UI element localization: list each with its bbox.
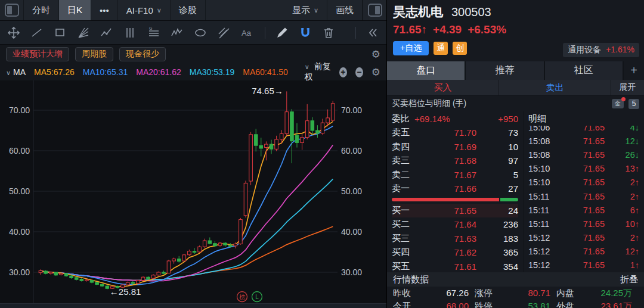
- level-volume: 236: [488, 219, 518, 229]
- toolbar-divider: [265, 27, 265, 39]
- tab-pankou[interactable]: 盘口: [387, 61, 465, 80]
- collapse-button[interactable]: 折叠: [620, 274, 638, 285]
- chart-settings-gear-icon[interactable]: ⚙: [371, 66, 380, 79]
- market-data-label: 涨停: [475, 288, 493, 299]
- ma-group-toggle[interactable]: ∨MA: [6, 67, 26, 77]
- tick-detail-row: 15:0671.654↓: [528, 126, 639, 134]
- sector-change-pct: +1.61%: [606, 45, 634, 55]
- market-data-label: 内盘: [556, 288, 574, 299]
- market-data-cell: 跌停53.81: [475, 301, 556, 308]
- expand-button[interactable]: 展开: [611, 80, 644, 95]
- notification-dot: [621, 97, 626, 101]
- collapse-toolbar-icon[interactable]: [366, 26, 379, 40]
- ask-level-row[interactable]: 卖一71.6627: [392, 182, 518, 196]
- tab-shequ[interactable]: 社区: [545, 61, 623, 80]
- tick-detail-row: 15:1271.652↑: [528, 231, 639, 245]
- level-volume: 5: [488, 170, 518, 180]
- gold-level-icon[interactable]: 金: [612, 99, 624, 108]
- zoom-out-button[interactable]: −: [355, 67, 363, 77]
- bid-level-row[interactable]: 买三71.63183: [392, 232, 518, 246]
- left-panel-toggle-button[interactable]: [0, 0, 24, 20]
- level-price: 71.70: [419, 127, 488, 138]
- level-count-badge[interactable]: 5: [628, 99, 639, 109]
- add-tab-button[interactable]: +: [624, 61, 644, 80]
- kline-svg[interactable]: 70.0070.0060.0060.0050.0050.0040.0040.00…: [0, 80, 386, 308]
- tick-detail-row: 15:1271.651↑: [528, 259, 639, 272]
- tick-volume: 2↑: [608, 233, 639, 242]
- candlestick-chart[interactable]: 70.0070.0060.0060.0050.0050.0040.0040.00…: [0, 80, 386, 308]
- trash-tool-icon[interactable]: [322, 26, 335, 40]
- tags-settings-gear-icon[interactable]: ⚙: [371, 48, 380, 61]
- bid-level-row[interactable]: 买四71.62365: [392, 245, 518, 260]
- tab-daily-k[interactable]: 日K: [59, 0, 91, 20]
- svg-text:60.00: 60.00: [341, 146, 362, 155]
- more-periods-button[interactable]: •••: [91, 0, 118, 20]
- stock-tag[interactable]: 业绩预计大增: [6, 47, 69, 61]
- tick-time: 15:11: [528, 192, 556, 201]
- draw-line-button[interactable]: 画线: [327, 0, 363, 20]
- bid-level-row[interactable]: 买二71.64236: [392, 217, 518, 232]
- display-dropdown[interactable]: 显示∨: [284, 0, 327, 20]
- diagnose-stock-button[interactable]: 诊股: [171, 0, 206, 20]
- rectangle-tool-icon[interactable]: [54, 26, 67, 40]
- ellipse-tool-icon[interactable]: [194, 26, 207, 40]
- vertical-lines-tool-icon[interactable]: [123, 26, 137, 40]
- tab-minute-chart[interactable]: 分时: [24, 0, 59, 20]
- order-book: 委比 +69.14% +950 卖五71.7073卖四71.6910卖三71.6…: [387, 111, 644, 272]
- text-tool-icon[interactable]: Aa: [240, 26, 255, 40]
- pencil-tool-icon[interactable]: [275, 26, 289, 40]
- ai-f10-dropdown[interactable]: AI-F10∨: [118, 0, 171, 20]
- market-data-value: 80.71: [493, 288, 556, 299]
- market-data-label: 今开: [393, 301, 411, 308]
- magnet-tool-icon[interactable]: [299, 26, 312, 40]
- market-data-header: 行情数据 折叠: [387, 272, 644, 287]
- sector-chip[interactable]: 通用设备 +1.61%: [563, 43, 639, 57]
- level-label: 卖四: [392, 141, 419, 153]
- level-volume: 10: [488, 142, 518, 152]
- tab-tuijian[interactable]: 推荐: [466, 61, 543, 80]
- ask-level-row[interactable]: 卖三71.6897: [392, 154, 518, 168]
- market-data-value: 53.81: [493, 301, 556, 308]
- move-tool-icon[interactable]: [7, 26, 20, 40]
- market-data-value: 68.00: [411, 301, 475, 308]
- trend-line-tool-icon[interactable]: [30, 26, 44, 40]
- level-label: 买五: [392, 261, 419, 272]
- tick-volume: 26↓: [608, 150, 639, 160]
- tick-volume: 2↑: [608, 192, 639, 201]
- sell-tab[interactable]: 卖出: [499, 80, 611, 95]
- ask-level-row[interactable]: 卖五71.7073: [392, 126, 518, 140]
- tong-badge[interactable]: 通: [434, 42, 448, 55]
- ask-level-row[interactable]: 卖二71.675: [392, 168, 518, 182]
- svg-text:40.00: 40.00: [341, 227, 362, 237]
- market-data-cell: 涨停80.71: [475, 288, 556, 299]
- chuang-badge[interactable]: 创: [453, 42, 467, 55]
- polyline-tool-icon[interactable]: [100, 26, 113, 40]
- market-data-cell: 外盘23.61万: [556, 301, 638, 308]
- svg-text:60.00: 60.00: [9, 146, 30, 155]
- ask-level-row[interactable]: 卖四71.6910: [392, 140, 518, 154]
- market-data-row: 今开68.00跌停53.81外盘23.61万: [387, 300, 644, 308]
- gann-fan-tool-icon[interactable]: [77, 26, 90, 40]
- gann-lines-tool-icon[interactable]: G: [147, 26, 160, 40]
- market-data-value: 67.26: [411, 288, 475, 299]
- buy-tab[interactable]: 买入: [387, 80, 499, 95]
- tick-detail-row: 15:1171.6510↑: [528, 217, 639, 231]
- ma-value-label: MA20:61.62: [136, 67, 181, 77]
- price-adjust-dropdown[interactable]: ∨ 前复权: [305, 61, 331, 83]
- weibi-row: 委比 +69.14% +950: [392, 111, 518, 126]
- bid-level-row[interactable]: 买五71.61354: [392, 260, 518, 274]
- market-data-title: 行情数据: [393, 274, 429, 285]
- svg-text:40.00: 40.00: [9, 227, 30, 237]
- parallel-lines-tool-icon[interactable]: [217, 26, 230, 40]
- chart-panel: 分时日K•••AI-F10∨诊股显示∨画线 G Aa: [0, 0, 386, 308]
- add-watchlist-button[interactable]: +自选: [393, 41, 429, 55]
- right-panel-toggle-button[interactable]: [363, 0, 386, 20]
- level-price: 71.62: [419, 247, 488, 257]
- stock-tag[interactable]: 周期股: [75, 47, 113, 61]
- wave-tool-icon[interactable]: [171, 26, 184, 40]
- bid-level-row[interactable]: 买一71.6524: [392, 204, 518, 218]
- level-label: 买二: [392, 219, 419, 230]
- stock-tag[interactable]: 现金很少: [119, 47, 166, 61]
- level-price: 71.64: [419, 219, 488, 229]
- zoom-in-button[interactable]: +: [339, 67, 347, 77]
